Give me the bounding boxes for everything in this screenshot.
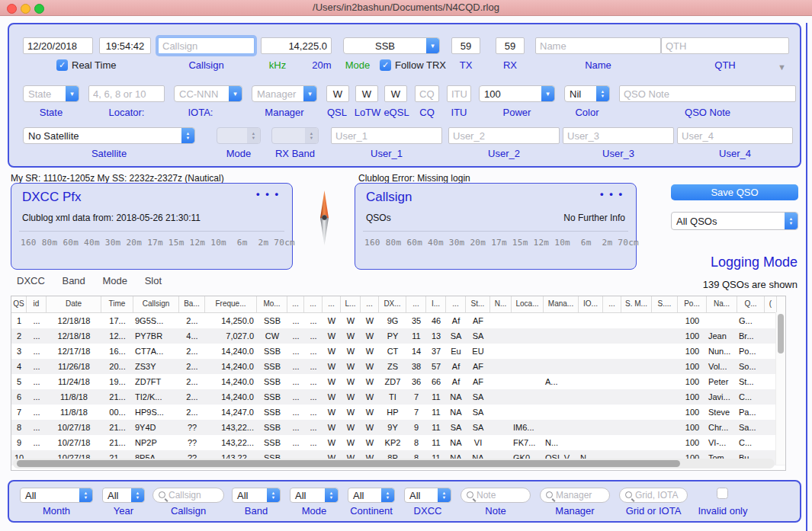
qth-field[interactable] bbox=[661, 37, 789, 54]
state-dropdown[interactable]: State ▾ bbox=[23, 85, 79, 102]
callsign-panel-menu-dots[interactable]: • • • bbox=[600, 188, 624, 200]
column-header[interactable]: ... bbox=[323, 296, 341, 312]
table-row[interactable]: 4...11/26/1820...ZS3Y2...14,240.0SSB....… bbox=[11, 359, 785, 374]
column-header[interactable]: Mo... bbox=[257, 296, 287, 312]
mode-dropdown[interactable]: SSB ▾ bbox=[343, 37, 440, 54]
column-header[interactable]: ... bbox=[603, 296, 621, 312]
invalid-only-checkbox[interactable] bbox=[717, 488, 728, 499]
power-dropdown[interactable]: 100 ▾ bbox=[479, 85, 555, 102]
manager-filter-input[interactable] bbox=[556, 488, 606, 502]
dxcc-panel-menu-dots[interactable]: • • • bbox=[256, 188, 280, 200]
vertical-scrollbar-thumb[interactable] bbox=[778, 314, 784, 353]
callsign-filter-search[interactable] bbox=[152, 488, 224, 503]
column-header[interactable]: Po... bbox=[678, 296, 707, 312]
qso-note-field[interactable] bbox=[619, 85, 796, 102]
column-header[interactable]: ... bbox=[446, 296, 466, 312]
grid-iota-filter-search[interactable] bbox=[619, 488, 688, 503]
column-header[interactable]: ... bbox=[361, 296, 379, 312]
callsign-input[interactable] bbox=[158, 37, 255, 54]
column-header[interactable]: Na... bbox=[707, 296, 737, 312]
save-qso-button[interactable]: Save QSO bbox=[671, 184, 798, 200]
column-header[interactable]: DX... bbox=[379, 296, 406, 312]
dxcc-filter-dropdown[interactable]: All ▴▾ bbox=[404, 488, 451, 503]
qso-filter-dropdown[interactable]: All QSOs ▴▾ bbox=[671, 212, 798, 230]
table-row[interactable]: 3...12/17/1816...CT7A...2...14,240.0SSB.… bbox=[11, 344, 785, 359]
continent-filter-dropdown[interactable]: All ▴▾ bbox=[348, 488, 395, 503]
table-row[interactable]: 2...12/18/1812...PY7BR4...7,027.0CW.....… bbox=[11, 328, 785, 344]
manager-filter-search[interactable] bbox=[540, 488, 610, 503]
band-filter-dropdown[interactable]: All ▴▾ bbox=[232, 488, 281, 503]
column-header[interactable]: ... bbox=[287, 296, 304, 312]
column-header[interactable]: ... bbox=[304, 296, 323, 312]
follow-trx-checkbox[interactable]: ✓ bbox=[380, 59, 391, 71]
color-stepper[interactable]: Nil ▴▾ bbox=[564, 85, 610, 102]
satellite-dropdown[interactable]: No Satellite ▴▾ bbox=[23, 127, 195, 144]
tab-slot[interactable]: Slot bbox=[145, 275, 162, 286]
time-field[interactable] bbox=[99, 37, 151, 54]
lotw-field[interactable] bbox=[355, 85, 378, 102]
column-header[interactable]: Loca... bbox=[512, 296, 544, 312]
locator-field[interactable] bbox=[88, 85, 165, 102]
disclosure-triangle-icon[interactable]: ▼ bbox=[778, 62, 786, 72]
itu-zone-field[interactable] bbox=[447, 85, 471, 102]
user4-field[interactable] bbox=[677, 127, 793, 144]
mode-filter-dropdown[interactable]: All ▴▾ bbox=[290, 488, 339, 503]
sat-mode-stepper[interactable]: ▴▾ bbox=[217, 127, 261, 144]
iota-dropdown[interactable]: CC-NNN ▾ bbox=[174, 85, 242, 102]
table-row[interactable]: 9...10/27/1821...NP2P??143,22...SSB.....… bbox=[11, 435, 785, 450]
column-header[interactable]: Q... bbox=[737, 296, 765, 312]
user3-field[interactable] bbox=[563, 127, 674, 144]
note-filter-input[interactable] bbox=[477, 488, 527, 502]
column-header[interactable]: Mana... bbox=[544, 296, 579, 312]
callsign-filter-input[interactable] bbox=[168, 488, 220, 502]
user2-field[interactable] bbox=[448, 127, 560, 144]
column-header[interactable]: L... bbox=[341, 296, 361, 312]
real-time-checkbox[interactable]: ✓ bbox=[56, 59, 68, 71]
table-cell: Po... bbox=[737, 344, 765, 359]
cq-zone-field[interactable] bbox=[415, 85, 439, 102]
column-header[interactable]: N... bbox=[490, 296, 512, 312]
eqsl-field[interactable] bbox=[384, 85, 407, 102]
tab-dxcc[interactable]: DXCC bbox=[17, 275, 45, 286]
frequency-field[interactable] bbox=[261, 37, 332, 54]
vertical-scrollbar[interactable] bbox=[775, 312, 785, 465]
column-header[interactable]: S. M... bbox=[621, 296, 652, 312]
rx-band-stepper[interactable]: ▴▾ bbox=[271, 127, 319, 144]
column-header[interactable]: Date bbox=[47, 296, 101, 312]
horizontal-scrollbar[interactable] bbox=[13, 459, 775, 469]
callsign-band-strip: 160 80m 60m 40m 30m 20m 17m 15m 12m 10m … bbox=[364, 238, 639, 248]
column-header[interactable]: Time bbox=[101, 296, 133, 312]
user1-field[interactable] bbox=[331, 127, 442, 144]
column-header[interactable]: Freque... bbox=[205, 296, 257, 312]
invalid-only-label: Invalid only bbox=[686, 505, 759, 517]
year-filter-dropdown[interactable]: All ▴▾ bbox=[102, 488, 145, 503]
table-cell: 11 bbox=[426, 405, 446, 420]
column-header[interactable]: ... bbox=[406, 296, 426, 312]
tab-mode[interactable]: Mode bbox=[102, 275, 127, 286]
column-header[interactable]: ( bbox=[765, 296, 777, 312]
month-filter-dropdown[interactable]: All ▴▾ bbox=[20, 488, 93, 503]
column-header[interactable]: IO... bbox=[579, 296, 603, 312]
tx-rst-field[interactable] bbox=[451, 37, 480, 54]
column-header[interactable]: QS bbox=[11, 296, 27, 312]
qsl-field[interactable] bbox=[326, 85, 349, 102]
column-header[interactable]: Callsign bbox=[133, 296, 179, 312]
table-row[interactable]: 7...11/8/1800...HP9S...2...14,247.0SSB..… bbox=[11, 405, 785, 420]
name-field[interactable] bbox=[535, 37, 661, 54]
rx-rst-field[interactable] bbox=[496, 37, 525, 54]
column-header[interactable]: I... bbox=[426, 296, 446, 312]
table-row[interactable]: 1...12/18/1817...9G5S...2...14,250.0SSB.… bbox=[11, 313, 785, 328]
column-header[interactable]: St... bbox=[466, 296, 490, 312]
horizontal-scrollbar-thumb[interactable] bbox=[17, 460, 680, 467]
tab-band[interactable]: Band bbox=[62, 275, 85, 286]
table-row[interactable]: 5...11/24/1819...ZD7FT2...14,240.0SSB...… bbox=[11, 374, 785, 389]
column-header[interactable]: id bbox=[27, 296, 47, 312]
column-header[interactable]: Ba... bbox=[179, 296, 205, 312]
table-row[interactable]: 8...10/27/1821...9Y4D??143,22...SSB.....… bbox=[11, 420, 785, 435]
date-field[interactable] bbox=[23, 37, 93, 54]
note-filter-search[interactable] bbox=[461, 488, 531, 503]
grid-iota-filter-input[interactable] bbox=[635, 488, 684, 502]
table-row[interactable]: 6...11/8/1821...TI2/K...2...14,240.0SSB.… bbox=[11, 389, 785, 405]
column-header[interactable]: S.... bbox=[652, 296, 678, 312]
manager-dropdown[interactable]: Manager ▾ bbox=[252, 85, 317, 102]
